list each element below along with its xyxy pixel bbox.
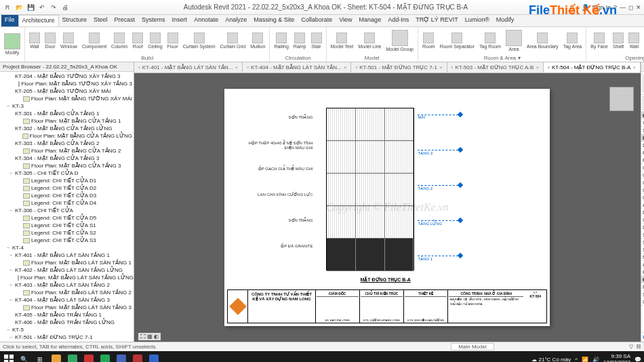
property-row[interactable]: Referencing Det...: [641, 157, 644, 164]
document-tab[interactable]: ▫KT-401 - MẶT BẰNG LÁT SÀN TẦN...×: [134, 62, 243, 73]
property-row[interactable]: Drawn ByAuthor: [641, 224, 644, 231]
close-tab-icon[interactable]: ×: [439, 64, 443, 71]
modify-button[interactable]: Modify: [2, 32, 22, 56]
tree-item[interactable]: −KT-501 - MẶT ĐỨNG TRỤC 7-1: [0, 334, 134, 341]
property-row[interactable]: NAME_ENGLISH: [641, 254, 644, 261]
tree-item[interactable]: Legend: CHI TIẾT CỬA D1: [0, 177, 134, 184]
tree-item[interactable]: −KT-404 - MẶT BẰNG LÁT SÀN TẦNG 3: [0, 296, 134, 304]
property-row[interactable]: Current Revision: [641, 194, 644, 201]
property-section-header[interactable]: Identity Data: [641, 134, 644, 142]
tag-area-button[interactable]: Tag Area: [561, 31, 584, 50]
search-icon[interactable]: 🔍: [16, 352, 31, 362]
taskbar-app[interactable]: [130, 352, 145, 362]
ramp-button[interactable]: Ramp: [291, 31, 308, 50]
tree-item[interactable]: −KT-3: [0, 102, 134, 110]
properties-help-link[interactable]: Properties help: [641, 332, 644, 342]
document-tab[interactable]: ▫KT-404 - MẶT BẰNG LÁT SÀN TẦN...×: [243, 62, 351, 73]
tree-item[interactable]: −KT-403 - MẶT BẰNG LÁT SÀN TẦNG 2: [0, 281, 134, 289]
property-row[interactable]: Approved ByApprover: [641, 201, 644, 209]
tree-item[interactable]: Floor Plan: MẶT BẰNG LÁT SÀN TẦNG LỬNG: [0, 274, 134, 281]
property-section-header[interactable]: Other: [641, 276, 644, 283]
open-icon[interactable]: 📂: [14, 3, 24, 12]
property-row[interactable]: Appears In Shee...☑: [641, 261, 644, 268]
by-face-button[interactable]: By Face: [588, 31, 610, 50]
tree-item[interactable]: KT-204 - MẶT BẰNG TƯỜNG XÂY TẦNG 3: [0, 73, 134, 80]
visual-style-icon[interactable]: ◐: [154, 334, 159, 340]
taskbar-app[interactable]: [49, 352, 64, 362]
detail-level-icon[interactable]: ▦: [147, 334, 153, 340]
curtain-grid-button[interactable]: Curtain Grid: [218, 31, 248, 50]
ribbon-tab-addins[interactable]: Add-Ins: [384, 15, 412, 26]
tree-item[interactable]: Legend: CHI TIẾT CỬA S2: [0, 229, 134, 237]
tree-item[interactable]: Floor Plan: MẶT BẰNG CỬA TẦNG 1: [0, 117, 134, 125]
close-tab-icon[interactable]: ×: [536, 64, 539, 71]
taskbar-app[interactable]: [81, 352, 96, 362]
print-icon[interactable]: 🖨: [60, 3, 70, 12]
tree-item[interactable]: −KT-4: [0, 244, 134, 252]
maximize-icon[interactable]: ◻: [628, 4, 633, 11]
ribbon-tab-annotate[interactable]: Annotate: [190, 15, 222, 26]
ribbon-tab-modify[interactable]: Modify: [493, 15, 518, 26]
ribbon-tab-systems[interactable]: Systems: [138, 15, 169, 26]
model-group-button[interactable]: Model Group: [384, 28, 416, 53]
room-button[interactable]: Room: [420, 31, 437, 50]
select-links-icon[interactable]: ⛓: [636, 344, 641, 350]
tree-item[interactable]: Floor Plan: MẶT BẰNG CỬA TẦNG 2: [0, 147, 134, 155]
tree-item[interactable]: KT-205 - MẶT BẰNG TƯỜNG XÂY MÁI: [0, 87, 134, 95]
shaft-button[interactable]: Shaft: [611, 31, 626, 50]
view-cube[interactable]: [609, 87, 634, 111]
property-row[interactable]: Current Revisio...: [641, 172, 644, 179]
tree-item[interactable]: Legend: CHI TIẾT CỬA D3: [0, 192, 134, 199]
notifications-icon[interactable]: 💬: [635, 357, 641, 363]
ribbon-tab-architecture[interactable]: Architecture: [18, 15, 59, 26]
property-row[interactable]: Sheet NumberKT-504: [641, 231, 644, 239]
redo-icon[interactable]: ↷: [49, 3, 58, 12]
property-row[interactable]: Current Revisio...: [641, 179, 644, 186]
roof-button[interactable]: Roof: [130, 31, 145, 50]
property-row[interactable]: Referencing Sh...: [641, 149, 644, 157]
drawing-canvas[interactable]: MÁITẦNG 3TẦNG 2TẦNG LỬNGTẦNG 1 SƠN TRẮNG…: [134, 73, 641, 342]
tree-item[interactable]: KT-302 - MẶT BẰNG CỬA TẦNG LỬNG: [0, 125, 134, 132]
tree-item[interactable]: Legend: CHI TIẾT CỬA D4: [0, 199, 134, 207]
close-tab-icon[interactable]: ×: [632, 64, 636, 71]
tree-item[interactable]: KT-406 - MẶT BẰNG TRẦN TẦNG LỬNG: [0, 319, 134, 326]
stair-button[interactable]: Stair: [309, 31, 324, 50]
tree-item[interactable]: Floor Plan: MẶT BẰNG LÁT SÀN TẦNG 1: [0, 259, 134, 266]
ribbon-tab-trlrevit[interactable]: TRỢ LÝ REVIT: [412, 15, 462, 26]
tree-item[interactable]: KT-301 - MẶT BẰNG CỬA TẦNG 1: [0, 110, 134, 117]
property-row[interactable]: SHEET_FOLDER: [641, 291, 644, 298]
close-tab-icon[interactable]: ×: [344, 64, 347, 71]
property-row[interactable]: Sheet NameMẶT ĐỨNG TRỤ...: [641, 239, 644, 246]
minimize-icon[interactable]: —: [620, 4, 626, 11]
wall-button[interactable]: Wall: [27, 31, 42, 50]
tree-item[interactable]: −KT-305 - CHI TIẾT CỬA D: [0, 169, 134, 177]
wifi-icon[interactable]: 📶: [582, 357, 588, 363]
property-row[interactable]: DependencyIndependent: [641, 142, 644, 149]
ribbon-tab-massingsite[interactable]: Massing & Site: [250, 15, 298, 26]
area-button[interactable]: Area: [504, 28, 524, 53]
project-browser-tree[interactable]: KT-204 - MẶT BẰNG TƯỜNG XÂY TẦNG 3Floor …: [0, 72, 134, 342]
ribbon-tab-view[interactable]: View: [336, 15, 355, 26]
door-button[interactable]: Door: [43, 31, 58, 50]
filter-icon[interactable]: ▽: [629, 344, 633, 350]
properties-grid[interactable]: GraphicsVisibility/Graphi...Edit...Scale…: [641, 112, 644, 332]
property-section-header[interactable]: Graphics: [641, 112, 644, 119]
property-row[interactable]: Designed ByDesigner: [641, 209, 644, 216]
view-control-bar[interactable]: ⛶ ▦ ◐: [138, 333, 161, 340]
window-button[interactable]: Window: [58, 31, 79, 50]
tree-item[interactable]: KT-405 - MẶT BẰNG TRẦN TẦNG 1: [0, 311, 134, 319]
tree-item[interactable]: KT-303 - MẶT BẰNG CỬA TẦNG 2: [0, 140, 134, 147]
tag-room-button[interactable]: Tag Room: [477, 31, 503, 50]
undo-icon[interactable]: ↶: [37, 3, 47, 12]
taskbar-app[interactable]: [146, 352, 161, 362]
ribbon-tab-analyze[interactable]: Analyze: [222, 15, 250, 26]
tree-item[interactable]: Floor Plan: MẶT BẰNG LÁT SÀN TẦNG 3: [0, 304, 134, 311]
ribbon-tab-steel[interactable]: Steel: [90, 15, 111, 26]
area-boundary-button[interactable]: Area Boundary: [525, 31, 561, 50]
model-text-button[interactable]: Model Text: [329, 31, 356, 50]
component-button[interactable]: Component: [80, 31, 108, 50]
ribbon-tab-manage[interactable]: Manage: [356, 15, 385, 26]
volume-icon[interactable]: 🔊: [592, 357, 599, 363]
property-row[interactable]: Scale1 : 75: [641, 127, 644, 134]
mullion-button[interactable]: Mullion: [248, 31, 267, 50]
